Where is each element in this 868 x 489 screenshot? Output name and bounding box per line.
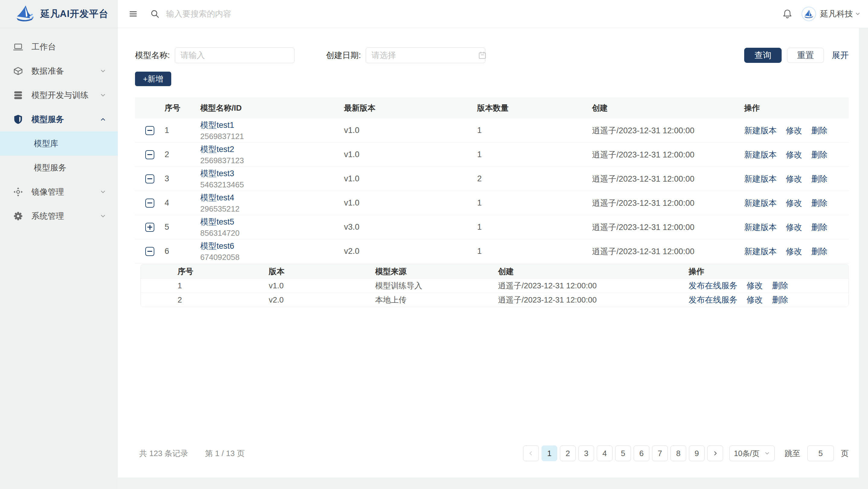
new-version-link[interactable]: 新建版本 — [744, 222, 777, 233]
edit-link[interactable]: 修改 — [786, 198, 802, 208]
delete-link[interactable]: 删除 — [772, 280, 788, 291]
expand-filters-link[interactable]: 展开 — [832, 50, 849, 61]
row-seq: 4 — [160, 198, 200, 208]
reset-button[interactable]: 重置 — [787, 48, 824, 63]
edit-link[interactable]: 修改 — [747, 280, 763, 291]
column-header-version-count: 版本数量 — [477, 103, 592, 113]
edit-link[interactable]: 修改 — [786, 125, 802, 136]
new-version-link[interactable]: 新建版本 — [744, 125, 777, 136]
create-date-input[interactable] — [371, 51, 478, 60]
calendar-icon[interactable] — [478, 51, 486, 59]
sidebar-item-system-manage[interactable]: 系统管理 — [0, 204, 118, 228]
prev-page-button[interactable] — [523, 445, 539, 461]
sidebar-item-model-dev-train[interactable]: 模型开发与训练 — [0, 83, 118, 107]
sub-column-header-actions: 操作 — [689, 266, 848, 277]
new-version-link[interactable]: 新建版本 — [744, 149, 777, 160]
sidebar-item-data-prep[interactable]: 数据准备 — [0, 59, 118, 83]
sidebar-item-workbench[interactable]: 工作台 — [0, 35, 118, 59]
user-menu[interactable]: 延凡科技 — [820, 8, 861, 19]
create-date-label: 创建日期: — [326, 50, 361, 61]
bell-icon[interactable] — [783, 9, 792, 19]
page-button-8[interactable]: 8 — [671, 445, 686, 461]
sidebar-item-model-service[interactable]: 模型服务 — [0, 107, 118, 132]
row-latest-version: v3.0 — [344, 223, 477, 232]
expand-row-icon[interactable] — [145, 223, 154, 232]
page-button-1[interactable]: 1 — [541, 445, 557, 461]
sidebar-item-label: 镜像管理 — [31, 186, 64, 197]
delete-link[interactable]: 删除 — [811, 149, 828, 160]
sub-table-row: 2 v2.0 本地上传 逍遥子/2023-12-31 12:00:00 发布在线… — [141, 292, 848, 307]
horizontal-scrollbar-gutter[interactable] — [118, 478, 868, 489]
model-name-link[interactable]: 模型test2 — [200, 144, 341, 155]
chevron-down-icon — [100, 213, 106, 220]
delete-link[interactable]: 删除 — [811, 198, 828, 208]
collapse-row-icon[interactable] — [145, 199, 154, 208]
total-records-text: 共 123 条记录 — [135, 448, 188, 459]
query-button[interactable]: 查询 — [744, 48, 782, 63]
row-seq: 1 — [160, 126, 200, 135]
row-latest-version: v1.0 — [344, 174, 477, 183]
delete-link[interactable]: 删除 — [811, 173, 828, 184]
sub-column-header-seq: 序号 — [141, 266, 269, 277]
page-button-6[interactable]: 6 — [633, 445, 649, 461]
main-area: 延凡科技 模型名称: 创建日期: — [118, 0, 868, 489]
sidebar-subitem-model-library[interactable]: 模型库 — [0, 132, 118, 156]
avatar[interactable] — [802, 7, 816, 21]
column-header-latest-version: 最新版本 — [344, 103, 477, 113]
global-search — [150, 9, 783, 19]
chevron-down-icon — [100, 68, 106, 74]
jump-page-input[interactable] — [807, 445, 834, 461]
model-table: 序号 模型名称/ID 最新版本 版本数量 创建 操作 1 模型test1 256… — [135, 97, 849, 307]
page-button-4[interactable]: 4 — [597, 445, 613, 461]
new-version-link[interactable]: 新建版本 — [744, 246, 777, 257]
edit-link[interactable]: 修改 — [747, 294, 763, 305]
new-version-link[interactable]: 新建版本 — [744, 198, 777, 208]
version-sub-table: 序号 版本 模型来源 创建 操作 1 v1.0 模型训练导入 逍遥子/2023-… — [141, 264, 849, 307]
next-page-button[interactable] — [707, 445, 723, 461]
page-button-5[interactable]: 5 — [615, 445, 631, 461]
edit-link[interactable]: 修改 — [786, 149, 802, 160]
collapse-row-icon[interactable] — [145, 174, 154, 183]
workbench-icon — [13, 42, 24, 51]
delete-link[interactable]: 删除 — [811, 222, 828, 233]
table-row: 5 模型test5 856314720 v3.0 1 逍遥子/2023-12-3… — [135, 215, 849, 239]
add-new-button[interactable]: +新增 — [135, 71, 171, 86]
page-button-3[interactable]: 3 — [578, 445, 594, 461]
edit-link[interactable]: 修改 — [786, 246, 802, 257]
edit-link[interactable]: 修改 — [786, 222, 802, 233]
page-button-2[interactable]: 2 — [560, 445, 576, 461]
delete-link[interactable]: 删除 — [772, 294, 788, 305]
page-size-select[interactable]: 10条/页 — [730, 445, 775, 461]
collapse-row-icon[interactable] — [145, 126, 154, 135]
sidebar-subitem-model-service[interactable]: 模型服务 — [0, 156, 118, 180]
new-version-link[interactable]: 新建版本 — [744, 173, 777, 184]
model-name-input[interactable] — [181, 51, 289, 60]
model-name-link[interactable]: 模型test6 — [200, 240, 341, 252]
row-created: 逍遥子/2023-12-31 12:00:00 — [592, 222, 744, 233]
chevron-left-icon — [528, 450, 534, 457]
publish-online-service-link[interactable]: 发布在线服务 — [689, 280, 738, 291]
vertical-scrollbar-gutter[interactable] — [859, 28, 868, 489]
chevron-down-icon — [100, 189, 106, 195]
page-button-9[interactable]: 9 — [689, 445, 705, 461]
create-date-field-wrap — [366, 48, 485, 63]
page-button-7[interactable]: 7 — [652, 445, 668, 461]
delete-link[interactable]: 删除 — [811, 246, 828, 257]
row-version-count: 2 — [477, 174, 592, 183]
table-row: 2 模型test2 2569837123 v1.0 1 逍遥子/2023-12-… — [135, 143, 849, 167]
hamburger-menu-icon[interactable] — [126, 8, 140, 20]
sidebar-item-mirror-manage[interactable]: 镜像管理 — [0, 180, 118, 204]
model-name-link[interactable]: 模型test3 — [200, 168, 341, 179]
collapse-row-icon[interactable] — [145, 150, 154, 159]
publish-online-service-link[interactable]: 发布在线服务 — [689, 294, 738, 305]
model-name-link[interactable]: 模型test1 — [200, 120, 341, 131]
user-name-label: 延凡科技 — [820, 8, 853, 19]
delete-link[interactable]: 删除 — [811, 125, 828, 136]
collapse-row-icon[interactable] — [145, 247, 154, 256]
row-seq: 3 — [160, 174, 200, 183]
search-input[interactable] — [166, 9, 347, 19]
model-name-link[interactable]: 模型test5 — [200, 217, 341, 227]
sidebar-item-label: 数据准备 — [31, 65, 64, 77]
edit-link[interactable]: 修改 — [786, 173, 802, 184]
model-name-link[interactable]: 模型test4 — [200, 192, 341, 203]
